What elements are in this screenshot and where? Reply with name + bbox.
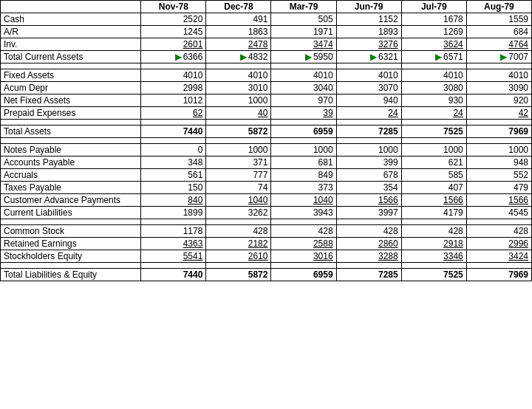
spacer-cell: [141, 219, 206, 225]
row-value: 1971: [271, 26, 336, 38]
row-value: 561: [141, 169, 206, 182]
row-value: 7285: [336, 269, 401, 281]
row-value: 2918: [401, 238, 466, 250]
spacer-row: [1, 263, 532, 269]
table-row: Accounts Payable348371681399621948: [1, 157, 532, 169]
row-value: 849: [271, 169, 336, 182]
row-value: 4010: [336, 69, 401, 82]
table-row: Stockholders Equity554126103016328833463…: [1, 250, 532, 263]
row-value: 7969: [466, 269, 531, 281]
header-Dec-78: Dec-78: [206, 1, 271, 13]
row-value: 42: [466, 107, 531, 120]
arrow-icon: ▶: [435, 52, 442, 62]
spacer-cell: [336, 219, 401, 225]
table-row: Total Current Assets▶6366▶4832▶5950▶6321…: [1, 51, 532, 63]
spacer-cell: [466, 138, 531, 144]
table-row: Inv.260124783474327636244764: [1, 38, 532, 51]
spacer-cell: [141, 263, 206, 269]
row-value: 1012: [141, 94, 206, 107]
spacer-cell: [336, 138, 401, 144]
row-label: Notes Payable: [1, 144, 141, 157]
row-value: 7525: [401, 269, 466, 281]
spacer-cell: [466, 63, 531, 69]
row-value: 2996: [466, 238, 531, 250]
spacer-row: [1, 63, 532, 69]
row-value: 3424: [466, 250, 531, 263]
row-label: Accruals: [1, 169, 141, 182]
arrow-icon: ▶: [240, 52, 247, 62]
row-value: 4010: [206, 69, 271, 82]
row-value: 3943: [271, 207, 336, 219]
row-value: 930: [401, 94, 466, 107]
cell-value: 6366: [183, 52, 203, 62]
row-value: 1559: [466, 13, 531, 26]
spacer-cell: [271, 63, 336, 69]
row-value: ▶5950: [271, 51, 336, 63]
row-value: 948: [466, 157, 531, 169]
row-value: 2998: [141, 82, 206, 94]
row-value: 585: [401, 169, 466, 182]
row-value: 479: [466, 182, 531, 194]
row-value: 1040: [206, 194, 271, 207]
spacer-cell: [401, 63, 466, 69]
spacer-row: [1, 120, 532, 126]
row-value: 681: [271, 157, 336, 169]
row-label: Acum Depr: [1, 82, 141, 94]
row-value: 1152: [336, 13, 401, 26]
row-value: 24: [336, 107, 401, 120]
row-value: 3016: [271, 250, 336, 263]
row-value: 1566: [466, 194, 531, 207]
spacer-cell: [206, 263, 271, 269]
row-value: 428: [206, 225, 271, 238]
row-value: 3090: [466, 82, 531, 94]
row-value: 1678: [401, 13, 466, 26]
row-value: 6959: [271, 269, 336, 281]
row-value: 3624: [401, 38, 466, 51]
row-value: 7440: [141, 126, 206, 138]
table-row: A/R12451863197118931269684: [1, 26, 532, 38]
row-value: 4545: [466, 207, 531, 219]
row-value: 1863: [206, 26, 271, 38]
row-label: Net Fixed Assets: [1, 94, 141, 107]
row-label: Retained Earnings: [1, 238, 141, 250]
row-label: Common Stock: [1, 225, 141, 238]
table-row: Total Liabilities & Equity74405872695972…: [1, 269, 532, 281]
row-value: 505: [271, 13, 336, 26]
row-label: Total Current Assets: [1, 51, 141, 63]
row-value: 621: [401, 157, 466, 169]
cell-value: 6571: [443, 52, 463, 62]
row-value: 7285: [336, 126, 401, 138]
table-row: Current Liabilities189932623943399741794…: [1, 207, 532, 219]
spacer-cell: [401, 138, 466, 144]
row-value: ▶4832: [206, 51, 271, 63]
row-value: 1178: [141, 225, 206, 238]
row-value: 348: [141, 157, 206, 169]
row-value: 373: [271, 182, 336, 194]
row-value: 4764: [466, 38, 531, 51]
spacer-cell: [141, 63, 206, 69]
spacer-cell: [401, 219, 466, 225]
row-value: 2601: [141, 38, 206, 51]
row-value: 491: [206, 13, 271, 26]
row-value: 3080: [401, 82, 466, 94]
row-value: 2182: [206, 238, 271, 250]
row-value: 24: [401, 107, 466, 120]
row-value: 5541: [141, 250, 206, 263]
row-value: ▶6571: [401, 51, 466, 63]
row-value: 2588: [271, 238, 336, 250]
spacer-cell: [206, 63, 271, 69]
spacer-cell: [271, 138, 336, 144]
row-value: 678: [336, 169, 401, 182]
row-value: 62: [141, 107, 206, 120]
row-value: ▶6366: [141, 51, 206, 63]
spacer-cell: [336, 120, 401, 126]
row-value: 3262: [206, 207, 271, 219]
spacer-cell: [401, 120, 466, 126]
row-value: 428: [466, 225, 531, 238]
row-label: Cash: [1, 13, 141, 26]
row-value: 1000: [206, 94, 271, 107]
spacer-cell: [141, 138, 206, 144]
row-value: 2610: [206, 250, 271, 263]
row-value: 354: [336, 182, 401, 194]
spacer-cell: [1, 138, 141, 144]
